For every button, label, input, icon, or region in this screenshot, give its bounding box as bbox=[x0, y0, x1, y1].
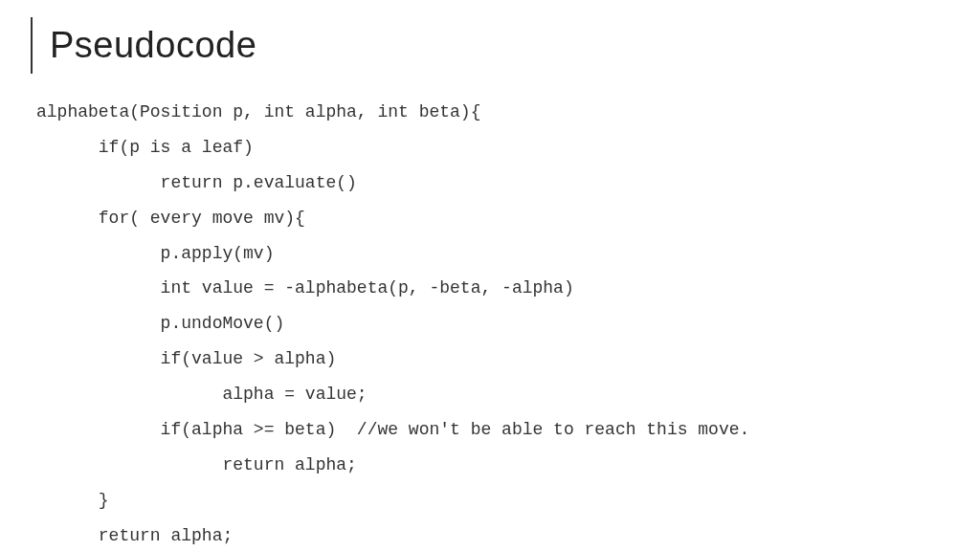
code-line: if(value > alpha) bbox=[36, 349, 336, 368]
slide-container: Pseudocode alphabeta(Position p, int alp… bbox=[0, 0, 980, 551]
code-line: } bbox=[36, 491, 109, 510]
code-line: return alpha; bbox=[36, 526, 233, 545]
code-line: p.undoMove() bbox=[36, 314, 284, 333]
code-line: p.apply(mv) bbox=[36, 244, 274, 263]
code-line: int value = -alphabeta(p, -beta, -alpha) bbox=[36, 278, 574, 298]
pseudocode-block: alphabeta(Position p, int alpha, int bet… bbox=[36, 95, 949, 551]
code-line: return alpha; bbox=[36, 455, 357, 474]
title-bar: Pseudocode bbox=[31, 17, 949, 74]
code-line: return p.evaluate() bbox=[36, 173, 357, 192]
code-line: for( every move mv){ bbox=[36, 209, 305, 228]
slide-title: Pseudocode bbox=[50, 25, 949, 66]
code-line: alphabeta(Position p, int alpha, int bet… bbox=[36, 102, 480, 121]
code-line: if(p is a leaf) bbox=[36, 138, 254, 157]
code-line: if(alpha >= beta) //we won't be able to … bbox=[36, 420, 749, 439]
code-line: alpha = value; bbox=[36, 385, 368, 404]
